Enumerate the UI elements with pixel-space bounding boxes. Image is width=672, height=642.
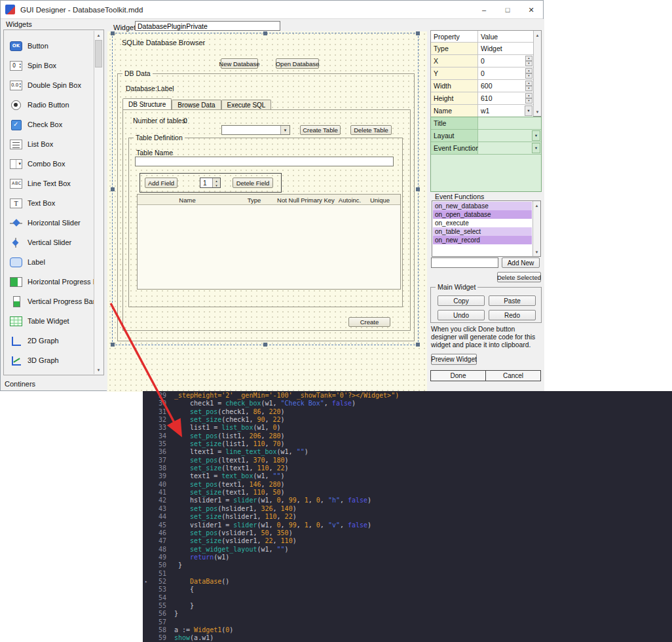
widgets-scrollbar[interactable]: ▲ ▼ xyxy=(94,31,103,374)
property-row-width[interactable]: Width600▴▾ xyxy=(431,80,533,92)
scrollbar-thumb[interactable] xyxy=(95,40,102,67)
sidebar-item-vertical-slider[interactable]: Vertical Slider xyxy=(5,233,94,252)
undo-button[interactable]: Undo xyxy=(438,310,485,320)
spin-up-icon[interactable]: ▴ xyxy=(213,178,220,183)
spinner-buttons[interactable]: ▴▾ xyxy=(525,81,532,91)
property-row-layaut[interactable]: Layaut▼ xyxy=(431,130,541,142)
dropdown-icon[interactable]: ▼ xyxy=(532,143,540,153)
scroll-down-icon[interactable]: ▼ xyxy=(534,107,541,116)
sidebar-item-table-widget[interactable]: Table Widget xyxy=(5,311,94,331)
tab-db-structure[interactable]: DB Structure xyxy=(122,98,172,109)
create-table-button[interactable]: Create Table xyxy=(300,125,341,135)
sidebar-item-text-box[interactable]: Text Box xyxy=(5,193,94,213)
new-database-button[interactable]: New Database xyxy=(221,58,258,69)
spinner-buttons[interactable]: ▴▾ xyxy=(525,56,532,66)
sidebar-item-2d-graph[interactable]: 2D Graph xyxy=(5,331,94,350)
event-function-on-open-database[interactable]: on_open_database xyxy=(433,210,532,219)
tab-execute-sql[interactable]: Execute SQL xyxy=(221,100,272,109)
fold-marker-icon[interactable]: ▸ xyxy=(145,578,147,586)
property-value[interactable]: 0▴▾ xyxy=(478,67,533,79)
sidebar-item-horizontal-slider[interactable]: Horizontal Slider xyxy=(5,213,94,233)
tables-combo-box[interactable]: ▼ xyxy=(221,125,290,135)
field-count-spinner[interactable]: 1 ▴ ▾ xyxy=(200,178,221,188)
sidebar-item-3d-graph[interactable]: 3D Graph xyxy=(5,350,94,370)
spinner-buttons[interactable]: ▴▾ xyxy=(525,68,532,79)
sidebar-item-combo-box[interactable]: Combo Box xyxy=(5,154,94,174)
code-editor[interactable]: 29_stepHeight='2' _genMin='-100' _showTa… xyxy=(143,391,672,642)
event-function-on-new-database[interactable]: on_new_database xyxy=(433,202,532,210)
selection-handle[interactable] xyxy=(111,31,115,35)
event-function-on-new-record[interactable]: on_new_record xyxy=(433,236,532,244)
table-name-input[interactable] xyxy=(135,157,394,166)
property-value[interactable]: 600▴▾ xyxy=(478,80,533,92)
selection-handle[interactable] xyxy=(416,187,420,191)
selection-handle[interactable] xyxy=(416,31,420,35)
done-button[interactable]: Done xyxy=(430,370,486,381)
sidebar-item-line-text-box[interactable]: Line Text Box xyxy=(5,174,94,193)
event-functions-scrollbar[interactable]: ▲ ▼ xyxy=(532,201,540,256)
scroll-up-icon[interactable]: ▲ xyxy=(533,201,540,210)
tab-browse-data[interactable]: Browse Data xyxy=(172,100,221,109)
cancel-button[interactable]: Cancel xyxy=(485,370,541,381)
copy-button[interactable]: Copy xyxy=(438,295,485,306)
add-new-button[interactable]: Add New xyxy=(502,257,540,268)
sidebar-item-double-spin-box[interactable]: Double Spin Box xyxy=(5,75,94,95)
sidebar-item-label[interactable]: Label xyxy=(5,252,94,272)
property-grid-scrollbar[interactable]: ▲ ▼ xyxy=(533,31,541,116)
delete-table-button[interactable]: Delete Table xyxy=(350,125,392,135)
property-value[interactable]: ▼ xyxy=(478,142,541,154)
property-row-y[interactable]: Y0▴▾ xyxy=(431,67,533,80)
event-functions-list[interactable]: on_new_databaseon_open_databaseon_execut… xyxy=(432,200,541,257)
scroll-up-icon[interactable]: ▲ xyxy=(534,31,541,39)
preview-widget-button[interactable]: Preview Widget xyxy=(431,354,477,365)
minimize-button[interactable]: – xyxy=(472,1,496,19)
selection-handle[interactable] xyxy=(416,343,420,347)
sidebar-item-vertical-progress-bar[interactable]: Vertical Progress Bar xyxy=(5,292,94,311)
property-row-type[interactable]: TypeWidget xyxy=(431,43,533,55)
selection-handle[interactable] xyxy=(111,343,115,347)
sidebar-item-check-box[interactable]: Check Box xyxy=(5,115,94,134)
property-value[interactable]: 0▴▾ xyxy=(478,55,533,67)
scroll-down-icon[interactable]: ▼ xyxy=(533,248,540,256)
scroll-up-icon[interactable]: ▲ xyxy=(94,31,103,39)
selection-handle[interactable] xyxy=(263,343,267,347)
spin-down-icon[interactable]: ▾ xyxy=(213,183,220,187)
design-surface[interactable]: SQLite Database Browser New Database Ope… xyxy=(107,31,427,392)
spinner-buttons[interactable]: ▴▾ xyxy=(525,93,532,104)
dropdown-icon[interactable]: ▼ xyxy=(525,105,532,116)
delete-field-button[interactable]: Detele Field xyxy=(233,178,273,188)
sidebar-item-radio-button[interactable]: Radio Button xyxy=(5,95,94,115)
selection-handle[interactable] xyxy=(263,31,267,35)
delete-selected-button[interactable]: Delete Selected xyxy=(497,272,541,282)
sidebar-item-horizontal-progress-bar[interactable]: Horizontal Progress Bar xyxy=(5,272,94,292)
open-database-button[interactable]: Open Database xyxy=(276,58,319,69)
sidebar-item-list-box[interactable]: List Box xyxy=(5,134,94,154)
selection-handle[interactable] xyxy=(111,187,115,191)
dropdown-icon[interactable]: ▼ xyxy=(532,130,540,141)
property-value[interactable]: ▼ xyxy=(478,130,541,142)
widget-name-input[interactable] xyxy=(135,21,280,31)
sidebar-item-button[interactable]: Button xyxy=(5,36,94,56)
property-value[interactable]: 610▴▾ xyxy=(478,92,533,104)
scroll-down-icon[interactable]: ▼ xyxy=(94,366,103,374)
create-button[interactable]: Create xyxy=(348,317,390,327)
property-row-title[interactable]: Title xyxy=(431,117,541,130)
event-function-on-table-select[interactable]: on_table_select xyxy=(433,227,532,236)
sidebar-item-spin-box[interactable]: Spin Box xyxy=(5,56,94,75)
property-row-x[interactable]: X0▴▾ xyxy=(431,55,533,67)
property-value[interactable]: Widget xyxy=(478,43,533,54)
containers-section-label[interactable]: Continers xyxy=(5,380,35,388)
property-row-name[interactable]: Namew1▼ xyxy=(431,105,533,117)
redo-button[interactable]: Redo xyxy=(489,310,536,320)
property-row-event-function[interactable]: Event Function▼ xyxy=(431,142,541,155)
property-value[interactable]: w1▼ xyxy=(478,105,533,117)
paste-button[interactable]: Paste xyxy=(489,295,536,306)
new-event-function-input[interactable] xyxy=(431,257,498,268)
combo-dropdown-icon[interactable]: ▼ xyxy=(280,126,289,134)
property-row-height[interactable]: Height610▴▾ xyxy=(431,92,533,105)
close-button[interactable]: ✕ xyxy=(519,1,543,19)
property-value[interactable] xyxy=(478,117,541,129)
maximize-button[interactable]: □ xyxy=(496,1,519,19)
event-function-on-execute[interactable]: on_execute xyxy=(433,219,532,227)
add-field-button[interactable]: Add Field xyxy=(145,178,177,188)
